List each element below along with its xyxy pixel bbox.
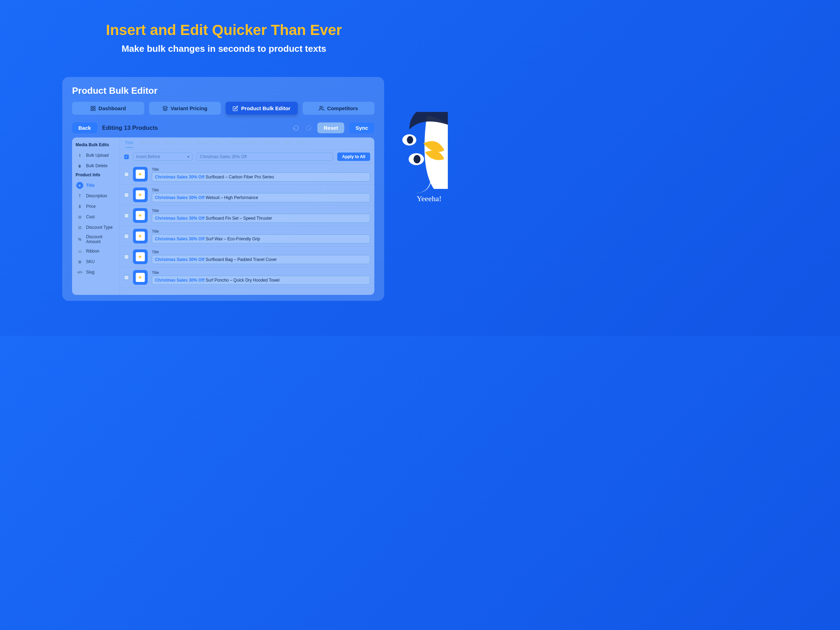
tab-product-bulk-editor[interactable]: Product Bulk Editor [226,102,298,115]
undo-button[interactable] [292,124,300,132]
select-value: Insert Before [136,154,160,159]
svg-rect-3 [93,109,95,111]
title-input[interactable]: Christmas Sales 30% Off Surf Poncho – Qu… [152,276,370,285]
product-row: Title Christmas Sales 30% Off Surfboard … [120,205,374,226]
product-thumbnail [133,229,148,243]
sidebar-item-label: Description [86,193,107,198]
toolbar: Back Editing 13 Products Reset Sync [72,122,374,133]
hero-subtitle: Make bulk changes in seconds to product … [0,43,448,54]
title-input[interactable]: Christmas Sales 30% Off Surf Wax – Eco-F… [152,234,370,243]
row-checkbox[interactable] [124,255,129,259]
sidebar-ribbon[interactable]: ▭ Ribbon [75,246,117,256]
speech-curve [415,175,432,195]
field-tab-cost[interactable]: Cost [181,140,189,148]
sidebar-bulk-delete[interactable]: 🗑 Bulk Delete [75,161,117,171]
field-tab-title[interactable]: Title [125,140,133,148]
sidebar: Media Bulk Edits ↥ Bulk Upload 🗑 Bulk De… [72,137,120,295]
main-panel: Title Description Price Cost Discount Ty… [120,137,374,295]
tab-competitors[interactable]: Competitors [303,102,375,115]
title-input[interactable]: Christmas Sales 30% Off Surfboard – Carb… [152,172,370,182]
sidebar-price[interactable]: $ Price [75,201,117,212]
editing-count: Editing 13 Products [102,125,158,131]
percent-icon: % [76,236,83,243]
svg-marker-4 [163,106,167,109]
insert-mode-select[interactable]: Insert Before ▾ [133,153,193,161]
sidebar-sku[interactable]: ⊞ SKU [75,256,117,267]
row-checkbox[interactable] [124,275,129,280]
select-all-checkbox[interactable] [124,155,129,159]
row-field-label: Title [152,250,370,254]
sidebar-item-label: Ribbon [86,249,99,254]
row-checkbox[interactable] [124,213,129,218]
field-tab-ribbon[interactable]: Ribbon [264,140,278,148]
sidebar-item-label: Discount Type [86,225,113,230]
field-tab-discount-amount[interactable]: Discount Amount [227,140,259,148]
sidebar-item-label: Discount Amount [86,234,115,244]
barcode-icon: ⊞ [76,258,83,265]
product-row: Title Christmas Sales 30% Off Surf Wax –… [120,226,374,246]
tab-dashboard[interactable]: Dashboard [72,102,144,115]
redo-icon [305,125,312,131]
field-tab-discount-type[interactable]: Discount Type [195,140,222,148]
editor-panel: Media Bulk Edits ↥ Bulk Upload 🗑 Bulk De… [72,137,374,295]
product-thumbnail [133,167,148,182]
sidebar-item-label: Title [86,183,95,188]
sidebar-item-label: SKU [86,259,95,264]
sidebar-item-label: Slug [86,270,95,275]
sidebar-cost[interactable]: ⊟ Cost [75,212,117,222]
field-tab-sku[interactable]: SKU [283,140,292,148]
tab-label: Product Bulk Editor [241,105,291,111]
svg-point-7 [407,136,413,144]
field-tab-price[interactable]: Price [166,140,175,148]
svg-rect-0 [91,106,93,108]
sidebar-bulk-upload[interactable]: ↥ Bulk Upload [75,150,117,161]
product-row: Title Christmas Sales 30% Off Wetsuit – … [120,185,374,205]
product-thumbnail [133,249,148,264]
redo-button[interactable] [305,124,313,132]
svg-rect-1 [93,106,95,108]
row-checkbox[interactable] [124,193,129,197]
dollar-icon: $ [76,203,83,210]
reset-button[interactable]: Reset [317,122,344,133]
editor-card: Product Bulk Editor Dashboard Variant Pr… [62,77,384,301]
sync-button[interactable]: Sync [349,122,374,133]
insert-text-input[interactable]: Christmas Sales 30% Off [197,153,333,161]
chevron-down-icon: ▾ [187,154,189,159]
tab-label: Dashboard [99,105,126,111]
row-checkbox[interactable] [124,234,129,238]
ribbon-icon: ▭ [76,248,83,255]
sidebar-description[interactable]: T Description [75,191,117,201]
sidebar-discount-amount[interactable]: % Discount Amount [75,233,117,246]
tab-label: Competitors [327,105,358,111]
field-tab-description[interactable]: Description [139,140,160,148]
tab-variant-pricing[interactable]: Variant Pricing [149,102,221,115]
type-icon: T [76,193,83,199]
product-thumbnail [133,208,148,223]
sidebar-slug[interactable]: </> Slug [75,267,117,277]
tag-icon: ⊡ [76,224,83,231]
mascot-exclaim: Yeeeha! [417,194,442,203]
sidebar-item-label: Bulk Upload [86,153,109,158]
row-field-label: Title [152,229,370,233]
apply-all-button[interactable]: Apply to All [337,153,370,161]
sidebar-item-label: Price [86,204,96,209]
trash-icon: 🗑 [76,162,83,169]
title-input[interactable]: Christmas Sales 30% Off Surfboard Bag – … [152,255,370,264]
sidebar-discount-type[interactable]: ⊡ Discount Type [75,222,117,233]
hero-title: Insert and Edit Quicker Than Ever [0,0,448,38]
row-checkbox[interactable] [124,172,129,177]
title-input[interactable]: Christmas Sales 30% Off Surfboard Fin Se… [152,214,370,223]
row-field-label: Title [152,188,370,192]
sidebar-product-header: Product Info [76,172,116,177]
title-input[interactable]: Christmas Sales 30% Off Wetsuit – High P… [152,193,370,202]
sidebar-item-label: Bulk Delete [86,163,107,168]
product-row: Title Christmas Sales 30% Off Surf Ponch… [120,267,374,288]
back-button[interactable]: Back [72,122,97,133]
text-icon: ≡ [76,182,83,189]
grid-icon [90,106,96,111]
field-tab-slug[interactable]: Slug [298,140,306,148]
sidebar-media-header: Media Bulk Edits [76,142,116,147]
sidebar-title[interactable]: ≡ Title [75,180,117,191]
svg-rect-2 [91,109,93,111]
product-row: Title Christmas Sales 30% Off Surfboard … [120,164,374,185]
